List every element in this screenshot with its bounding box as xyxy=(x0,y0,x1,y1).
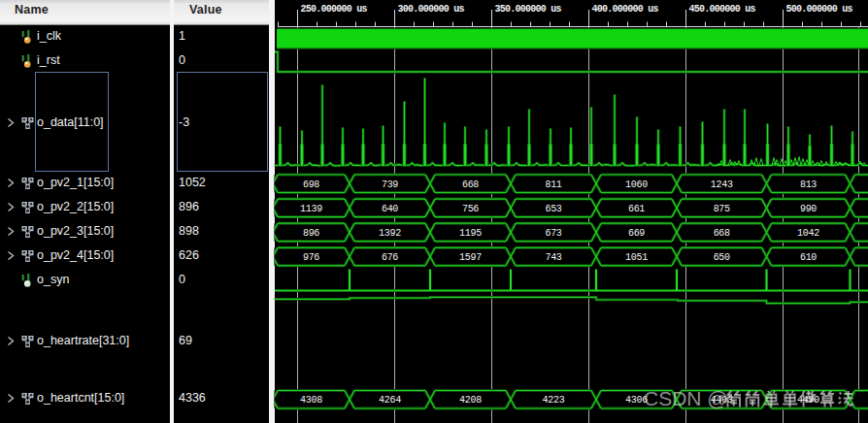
svg-text:1042: 1042 xyxy=(797,228,819,239)
svg-text:676: 676 xyxy=(382,252,398,263)
svg-text:500.000000 us: 500.000000 us xyxy=(786,4,853,15)
svg-text:4208: 4208 xyxy=(459,395,482,406)
svg-text:CSDN @: CSDN @ xyxy=(644,388,728,409)
svg-text:743: 743 xyxy=(545,252,561,263)
svg-text:976: 976 xyxy=(303,252,319,263)
svg-text:250.000000 us: 250.000000 us xyxy=(301,4,368,15)
svg-text:1243: 1243 xyxy=(711,179,733,190)
svg-text:1060: 1060 xyxy=(625,179,648,190)
svg-text:668: 668 xyxy=(714,228,730,239)
svg-text:668: 668 xyxy=(462,179,479,190)
svg-text:610: 610 xyxy=(800,252,817,263)
svg-text:400.000000 us: 400.000000 us xyxy=(592,4,659,15)
svg-text:350.000000 us: 350.000000 us xyxy=(495,4,562,15)
svg-text:813: 813 xyxy=(800,179,817,190)
svg-text:698: 698 xyxy=(303,179,319,190)
svg-text:673: 673 xyxy=(545,228,561,239)
svg-text:653: 653 xyxy=(545,204,561,214)
svg-text:640: 640 xyxy=(382,204,398,214)
svg-text:450.000000 us: 450.000000 us xyxy=(689,4,756,15)
svg-text:1051: 1051 xyxy=(625,252,648,263)
svg-text:875: 875 xyxy=(714,204,730,214)
svg-text:1597: 1597 xyxy=(459,252,482,263)
svg-text:739: 739 xyxy=(382,179,398,190)
svg-text:756: 756 xyxy=(462,204,479,214)
svg-text:896: 896 xyxy=(303,228,319,239)
svg-text:669: 669 xyxy=(628,228,645,239)
svg-text:300.000000 us: 300.000000 us xyxy=(398,4,465,15)
svg-text:4264: 4264 xyxy=(379,395,401,406)
svg-text:1392: 1392 xyxy=(379,228,401,239)
svg-text:4308: 4308 xyxy=(300,395,322,406)
svg-text:4223: 4223 xyxy=(543,395,565,406)
svg-text:811: 811 xyxy=(545,179,561,190)
svg-text:990: 990 xyxy=(800,204,817,214)
svg-text:650: 650 xyxy=(714,252,730,263)
svg-text:661: 661 xyxy=(628,204,645,214)
svg-text:1139: 1139 xyxy=(300,204,322,214)
svg-text:1195: 1195 xyxy=(459,228,482,239)
